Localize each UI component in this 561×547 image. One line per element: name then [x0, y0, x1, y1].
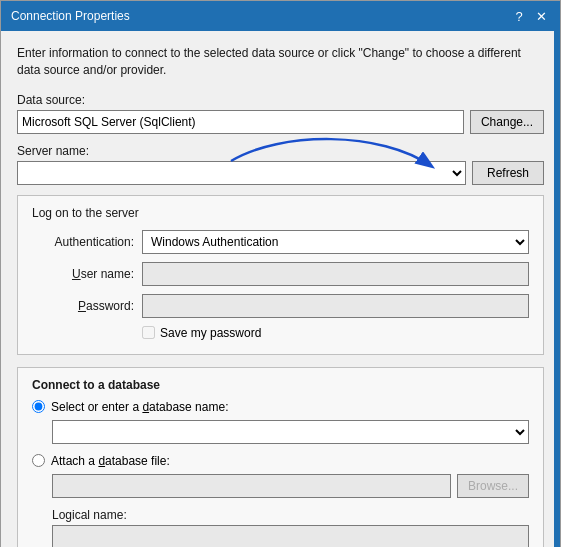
- attach-database-radio[interactable]: [32, 454, 45, 467]
- description-text: Enter information to connect to the sele…: [17, 45, 544, 79]
- browse-button[interactable]: Browse...: [457, 474, 529, 498]
- select-label-rest: atabase name:: [149, 400, 228, 414]
- password-label: Password:: [32, 299, 142, 313]
- password-row: Password:: [32, 294, 529, 318]
- attach-label-rest: atabase file:: [105, 454, 170, 468]
- data-source-label: Data source:: [17, 93, 544, 107]
- attach-label-pre: Attach a: [51, 454, 98, 468]
- logon-section: Log on to the server Authentication: Win…: [17, 195, 544, 355]
- close-button[interactable]: ✕: [532, 7, 550, 25]
- window-title: Connection Properties: [11, 9, 130, 23]
- authentication-label: Authentication:: [32, 235, 142, 249]
- authentication-row: Authentication: Windows Authentication: [32, 230, 529, 254]
- database-section: Connect to a database Select or enter a …: [17, 367, 544, 547]
- database-section-title: Connect to a database: [32, 378, 529, 392]
- select-database-input-row: [52, 420, 529, 444]
- logical-name-row: [52, 525, 529, 547]
- select-database-radio-row: Select or enter a database name:: [32, 400, 529, 414]
- data-source-input[interactable]: [17, 110, 464, 134]
- username-label-rest: ser name:: [81, 267, 134, 281]
- dialog-window: Connection Properties ? ✕ Enter informat…: [0, 0, 561, 547]
- attach-database-label: Attach a database file:: [51, 454, 170, 468]
- title-bar-controls: ? ✕: [510, 7, 550, 25]
- server-name-row: Refresh: [17, 161, 544, 185]
- save-password-row: Save my password: [142, 326, 529, 340]
- save-password-checkbox[interactable]: [142, 326, 155, 339]
- username-input[interactable]: [142, 262, 529, 286]
- logical-name-label: Logical name:: [52, 508, 529, 522]
- username-input-container: [142, 262, 529, 286]
- sidebar-accent: [554, 1, 560, 547]
- attach-file-row: Browse...: [52, 474, 529, 498]
- select-database-label: Select or enter a database name:: [51, 400, 228, 414]
- server-name-input[interactable]: [17, 161, 466, 185]
- username-label: User name:: [32, 267, 142, 281]
- change-button[interactable]: Change...: [470, 110, 544, 134]
- select-label-s: Select or enter a: [51, 400, 142, 414]
- password-label-p: P: [78, 299, 86, 313]
- username-row: User name:: [32, 262, 529, 286]
- logical-name-input[interactable]: [52, 525, 529, 547]
- help-button[interactable]: ?: [510, 7, 528, 25]
- attach-file-input[interactable]: [52, 474, 451, 498]
- attach-database-radio-row: Attach a database file:: [32, 454, 529, 468]
- refresh-button[interactable]: Refresh: [472, 161, 544, 185]
- logon-section-title: Log on to the server: [32, 206, 529, 220]
- authentication-input-container: Windows Authentication: [142, 230, 529, 254]
- password-input-container: [142, 294, 529, 318]
- title-bar: Connection Properties ? ✕: [1, 1, 560, 31]
- dialog-body: Enter information to connect to the sele…: [1, 31, 560, 547]
- select-database-radio[interactable]: [32, 400, 45, 413]
- save-password-label: Save my password: [160, 326, 261, 340]
- password-input[interactable]: [142, 294, 529, 318]
- authentication-select[interactable]: Windows Authentication: [142, 230, 529, 254]
- select-database-dropdown[interactable]: [52, 420, 529, 444]
- data-source-row: Change...: [17, 110, 544, 134]
- server-name-label: Server name:: [17, 144, 544, 158]
- password-label-rest: assword:: [86, 299, 134, 313]
- username-label-text: U: [72, 267, 81, 281]
